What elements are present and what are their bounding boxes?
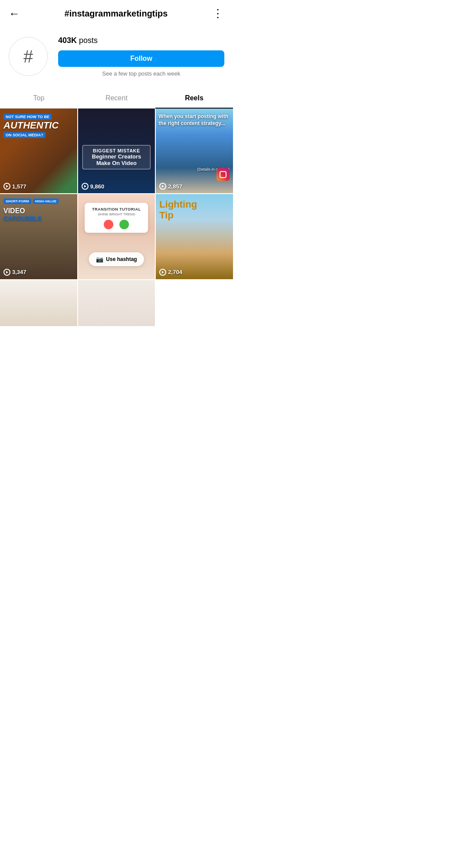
cell2-beginner-text: Beginner Creators [86,153,146,160]
content-grid: NOT SURE HOW TO BE AUTHENTIC ON SOCIAL M… [0,109,233,326]
cell1-not-sure-text: NOT SURE HOW TO BE [3,114,52,120]
cell2-biggest-text: BIGGEST MISTAKE [86,148,146,153]
grid-item[interactable]: When you start posting with the right co… [156,109,233,193]
hashtag-symbol: # [23,47,33,66]
play-icon-2 [82,183,89,190]
play-count-2: 9,860 [82,183,105,190]
count-value-3: 2,857 [168,183,182,190]
camera-icon: 📷 [96,256,103,263]
grid-item[interactable]: Lighting Tip 2,704 [156,194,233,279]
grid-item[interactable]: SHORT-FORM HIGH-VALUE VIDEO CAROUSELS 3,… [0,194,77,279]
tab-recent-label: Recent [105,94,128,102]
cell5-title: TRANSITION TUTORIAL [89,207,145,211]
play-icon-3 [159,183,166,190]
back-button[interactable]: ← [9,7,20,20]
accept-button-icon [119,220,129,229]
count-value-2: 9,860 [90,183,105,190]
cell3-text: When you start posting with the right co… [158,113,230,127]
play-count-6: 2,704 [159,269,182,276]
use-hashtag-label: Use hashtag [106,256,137,262]
count-value-6: 2,704 [168,269,182,275]
cell1-authentic-text: AUTHENTIC [3,121,74,130]
hashtag-avatar: # [9,37,48,76]
play-icon-1 [3,183,10,190]
posts-label: posts [79,36,98,45]
cell2-make-text: Make On Video [86,160,146,166]
grid-item[interactable]: NOT SURE HOW TO BE AUTHENTIC ON SOCIAL M… [0,109,77,193]
follow-button[interactable]: Follow [58,50,224,67]
cell5-card: TRANSITION TUTORIAL SHINE BRIGHT TREND [85,203,148,233]
follow-hint: See a few top posts each week [58,70,224,77]
cell4-labels: SHORT-FORM HIGH-VALUE [3,198,59,204]
posts-count-number: 403K [58,36,77,45]
more-options-button[interactable]: ⋮ [212,7,224,20]
header: ← #instagrammarketingtips ⋮ [0,0,233,27]
profile-info: 403K posts Follow See a few top posts ea… [58,36,224,77]
cell1-social-text: ON SOCIAL MEDIA? [3,132,46,138]
decline-button-icon [104,220,113,229]
grid-item[interactable]: TRANSITION TUTORIAL SHINE BRIGHT TREND 📷… [78,194,155,279]
tab-recent[interactable]: Recent [78,88,155,108]
play-count-3: 2,857 [159,183,182,190]
play-icon-6 [159,269,166,276]
profile-section: # 403K posts Follow See a few top posts … [0,27,233,81]
use-hashtag-button[interactable]: 📷 Use hashtag [89,252,144,266]
grid-item[interactable]: BIGGEST MISTAKE Beginner Creators Make O… [78,109,155,193]
cell4-video-text: VIDEO CAROUSELS [3,207,42,222]
cell4-short-label: SHORT-FORM [3,198,31,204]
cell6-lighting-text: Lighting Tip [159,199,197,220]
cell5-subtitle: SHINE BRIGHT TREND [89,212,145,216]
count-value-4: 3,347 [12,269,26,275]
tab-top[interactable]: Top [0,88,78,108]
page-title: #instagrammarketingtips [65,9,168,19]
tab-reels[interactable]: Reels [155,88,233,108]
tab-reels-label: Reels [185,94,203,102]
tabs-bar: Top Recent Reels [0,88,233,109]
tab-top-label: Top [33,94,45,102]
play-count-4: 3,347 [3,269,26,276]
play-icon-4 [3,269,10,276]
instagram-logo-icon [217,168,230,181]
play-count-1: 1,577 [3,183,26,190]
grid-item[interactable] [0,280,77,327]
cell4-high-label: HIGH-VALUE [33,198,59,204]
count-value-1: 1,577 [12,183,26,190]
posts-count: 403K posts [58,36,224,45]
grid-item[interactable] [78,280,155,327]
